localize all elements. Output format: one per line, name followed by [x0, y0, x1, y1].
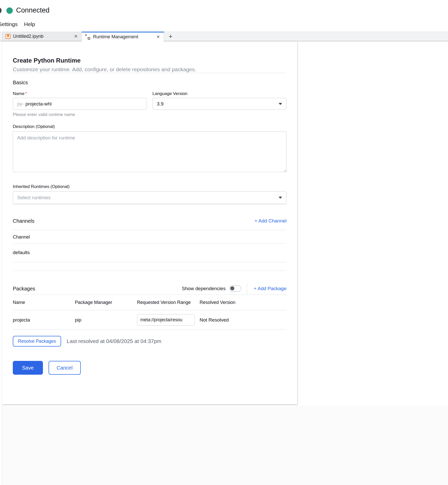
close-icon[interactable]: ✕: [156, 34, 161, 40]
requested-version-input[interactable]: [137, 314, 195, 326]
menu-item-settings[interactable]: Settings: [0, 21, 18, 27]
connected-label: Connected: [16, 6, 50, 14]
last-resolved-text: Last resolved at 04/08/2025 at 04:37pm: [67, 338, 161, 344]
partial-logo-icon: [0, 7, 2, 14]
column-header-package-manager: Package Manager: [75, 300, 137, 305]
column-header-name: Name: [13, 300, 75, 305]
cancel-button[interactable]: Cancel: [49, 361, 81, 375]
name-field[interactable]: [25, 101, 142, 107]
new-tab-button[interactable]: +: [168, 33, 174, 40]
resolved-version-cell: Not Resolved: [200, 317, 286, 323]
resolve-packages-button[interactable]: Resolve Packages: [13, 336, 61, 347]
name-label: Name*: [13, 91, 147, 96]
notebook-icon: [6, 34, 10, 39]
tab-untitled2-notebook[interactable]: Untitled2.ipynb ✕: [2, 32, 82, 41]
page-subtitle: Customize your runtime. Add, configure, …: [13, 66, 286, 73]
inherited-runtimes-label: Inherited Runtimes (Optional): [13, 184, 286, 189]
tab-runtime-management[interactable]: ⚙ ⚙ Runtime Management ✕: [82, 32, 164, 41]
column-header-requested-version: Requested Version Range: [137, 300, 200, 305]
language-version-value: 3.9: [157, 101, 164, 107]
runtime-name-input[interactable]: py-: [13, 98, 147, 110]
connected-indicator-icon: [6, 7, 13, 14]
chevron-down-icon: [279, 197, 282, 199]
inherited-runtimes-placeholder: Select runtimes: [17, 195, 51, 200]
channels-heading: Channels: [13, 218, 255, 224]
runtime-gear-icon: ⚙ ⚙: [85, 34, 90, 40]
runtime-form-panel: Create Python Runtime Customize your run…: [2, 41, 297, 404]
package-name-cell: projecta: [13, 317, 75, 323]
package-table-row: projecta pip Not Resolved: [13, 310, 286, 330]
menu-bar: Settings Help: [0, 20, 448, 29]
divider: [13, 204, 286, 204]
basics-heading: Basics: [13, 79, 286, 86]
column-header-resolved-version: Resolved Version: [200, 300, 286, 305]
tab-label: Untitled2.ipynb: [13, 34, 73, 39]
channels-header: Channels + Add Channel: [13, 218, 286, 230]
description-textarea[interactable]: [13, 131, 286, 172]
inherited-runtimes-select[interactable]: Select runtimes: [13, 191, 286, 204]
name-helper-text: Please enter valid runtime name: [13, 112, 147, 117]
language-version-select[interactable]: 3.9: [153, 98, 287, 110]
save-button[interactable]: Save: [13, 361, 43, 375]
divider: [13, 73, 286, 73]
vertical-divider: [247, 283, 247, 294]
packages-header: Packages Show dependencies + Add Package: [13, 282, 286, 295]
language-version-label: Language Version: [153, 91, 287, 96]
packages-heading: Packages: [13, 285, 182, 292]
channel-column-header: Channel: [13, 230, 286, 244]
chevron-down-icon: [279, 103, 282, 105]
close-icon[interactable]: ✕: [73, 34, 78, 39]
background-area: [2, 406, 448, 485]
toggle-knob: [230, 286, 234, 290]
package-manager-cell: pip: [75, 317, 137, 323]
menu-item-help[interactable]: Help: [24, 21, 35, 27]
show-dependencies-label: Show dependencies: [182, 286, 226, 291]
channel-table-footer: [13, 262, 286, 271]
tab-label: Runtime Management: [93, 34, 156, 40]
tab-bar: Untitled2.ipynb ✕ ⚙ ⚙ Runtime Management…: [0, 32, 448, 41]
page-title: Create Python Runtime: [13, 57, 286, 64]
status-bar: Connected: [0, 0, 448, 16]
name-prefix: py-: [17, 101, 24, 107]
channel-row: defaults: [13, 244, 286, 262]
packages-table-header: Name Package Manager Requested Version R…: [13, 295, 286, 310]
add-channel-button[interactable]: + Add Channel: [255, 218, 286, 224]
description-label: Description (Optional): [13, 124, 286, 129]
add-package-button[interactable]: + Add Package: [254, 286, 286, 291]
show-dependencies-toggle[interactable]: [229, 285, 241, 292]
required-asterisk: *: [25, 91, 27, 96]
